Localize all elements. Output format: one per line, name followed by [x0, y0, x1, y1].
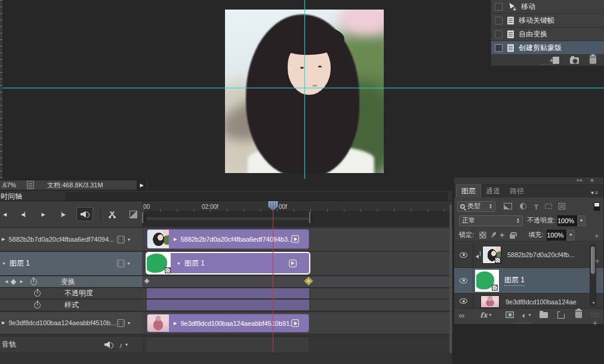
clip-options-button[interactable]	[291, 235, 299, 243]
audio-track-header[interactable]: 音轨 ▼	[0, 336, 142, 353]
delete-state-icon[interactable]	[590, 57, 596, 64]
tab-layers[interactable]: 图层	[456, 184, 481, 198]
footer-resize-grip[interactable]	[590, 312, 599, 317]
clip-track-3[interactable]: ▶ 9e3df8dcd100baa124aeabbf4510b91...	[147, 314, 309, 332]
transition-icon[interactable]	[130, 211, 137, 218]
track-header-3[interactable]: ▶ 9e3df8dcd100baa124aeabbf4510b... ▼	[0, 311, 142, 334]
lock-position-icon[interactable]	[500, 230, 504, 240]
opacity-value[interactable]: 100%	[557, 215, 577, 226]
layer-name[interactable]: 5882b2b7d0a20cf4fb...	[507, 251, 579, 258]
close-panel-icon[interactable]: ×	[590, 177, 594, 184]
expand-track-icon[interactable]: ▶	[2, 320, 5, 325]
layer-name[interactable]: 9e3df8dcd100baa124ae...	[506, 298, 577, 306]
new-layer-icon[interactable]	[557, 311, 565, 319]
history-source-checkbox[interactable]	[495, 30, 503, 38]
filter-type-layers-icon[interactable]	[534, 201, 538, 212]
chevron-down-icon[interactable]: ▼	[125, 343, 129, 347]
layer-thumbnail[interactable]	[482, 246, 501, 264]
history-item-move-keyframe[interactable]: 移动关键帧	[491, 14, 604, 27]
filter-shape-layers-icon[interactable]	[545, 203, 552, 209]
previous-keyframe-icon[interactable]: ◀	[5, 279, 8, 284]
fill-value[interactable]: 100%	[547, 230, 566, 240]
scrollbar-thumb[interactable]	[591, 246, 595, 274]
layer-row-3[interactable]: 9e3df8dcd100baa124ae...	[454, 294, 603, 308]
track-header-2-selected[interactable]: ▼ 图层 1 ▼	[0, 251, 142, 275]
next-keyframe-icon[interactable]: ▶	[20, 279, 23, 284]
filter-adjustment-layers-icon[interactable]	[520, 203, 526, 209]
zoom-level[interactable]: .67%	[1, 181, 16, 189]
property-header-style[interactable]: 样式	[0, 299, 142, 310]
stopwatch-icon[interactable]	[30, 279, 37, 285]
clip-expand-icon[interactable]: ▶	[174, 237, 177, 242]
visibility-eye-icon[interactable]	[460, 298, 467, 304]
add-keyframe-diamond-icon[interactable]	[11, 279, 17, 285]
history-source-checkbox[interactable]	[495, 3, 503, 11]
delete-layer-icon[interactable]	[575, 311, 582, 318]
layer-row-1[interactable]: 5882b2b7d0a20cf4fb...	[454, 242, 603, 268]
history-item-free-transform[interactable]: 自由变换	[491, 27, 604, 41]
pane-handle-plus-1[interactable]: +	[594, 232, 599, 240]
visibility-eye-icon[interactable]	[460, 278, 467, 283]
tab-paths[interactable]: 路径	[505, 185, 529, 198]
history-source-checkbox[interactable]	[495, 44, 503, 52]
layers-scrollbar[interactable]: ▼	[590, 243, 596, 307]
track-media-menu[interactable]: ▼	[117, 260, 131, 267]
stopwatch-icon[interactable]	[34, 302, 41, 309]
play-icon[interactable]: ▶	[41, 212, 45, 217]
tab-channels[interactable]: 通道	[481, 185, 505, 198]
add-layer-mask-icon[interactable]	[506, 311, 514, 318]
layer-thumbnail[interactable]	[475, 270, 499, 292]
work-area-end-handle[interactable]	[309, 212, 310, 223]
panel-menu-icon[interactable]: ▼≡	[590, 190, 599, 198]
audio-mute-icon[interactable]	[104, 341, 113, 348]
property-header-opacity[interactable]: 不透明度	[0, 288, 142, 298]
lock-transparency-icon[interactable]	[479, 232, 486, 239]
mute-audio-button[interactable]	[76, 207, 93, 221]
track-media-menu[interactable]: ▼	[117, 319, 131, 327]
music-note-icon[interactable]	[119, 340, 123, 350]
document-info[interactable]: 文档:468.8K/3.31M	[47, 181, 103, 190]
filter-pixel-layers-icon[interactable]	[504, 203, 512, 209]
tab-timeline[interactable]: 时间轴	[1, 192, 22, 202]
first-frame-icon[interactable]: ◀	[3, 212, 7, 217]
timeline-scrollbar[interactable]	[449, 204, 452, 353]
history-source-checkbox[interactable]	[495, 17, 503, 24]
new-snapshot-icon[interactable]	[570, 57, 579, 64]
clip-collapse-icon[interactable]: ▼	[177, 261, 181, 266]
timeline-ruler[interactable]: 00 02:00f 00f	[142, 202, 452, 212]
layer-style-fx-icon[interactable]: fx	[480, 311, 487, 319]
pane-handle-plus-2[interactable]: +	[595, 257, 600, 266]
previous-frame-icon[interactable]: ◀▏	[21, 212, 28, 217]
next-frame-icon[interactable]: ▕▶	[58, 212, 66, 217]
lock-all-icon[interactable]	[510, 235, 515, 239]
new-group-icon[interactable]	[540, 312, 548, 318]
link-layers-icon[interactable]	[459, 310, 464, 320]
layer-row-2-selected[interactable]: 图层 1	[454, 268, 603, 294]
opacity-dropdown-button[interactable]: ▼	[577, 215, 585, 226]
expand-track-icon[interactable]: ▶	[2, 237, 5, 242]
status-page-icon[interactable]	[27, 181, 34, 189]
status-flyout-button[interactable]: ▶	[137, 180, 147, 190]
filter-smart-objects-icon[interactable]	[559, 203, 565, 209]
split-at-playhead-icon[interactable]	[108, 211, 116, 218]
layer-name[interactable]: 图层 1	[504, 275, 525, 286]
filter-toggle-icon[interactable]	[594, 202, 600, 211]
history-item-create-clipping-mask[interactable]: 创建剪贴蒙版	[491, 41, 604, 55]
panel-bottom-grip[interactable]	[514, 322, 532, 324]
clip-expand-icon[interactable]: ▶	[174, 321, 177, 326]
clip-track-1[interactable]: ▶ 5882b2b7d0a20cf4fbaa6edf74094b3...	[147, 229, 309, 249]
work-area-start-handle[interactable]	[142, 212, 143, 223]
track-media-menu[interactable]: ▼	[117, 236, 131, 243]
collapse-panel-icon[interactable]: ««	[577, 177, 583, 183]
blend-mode-combo[interactable]: 正常	[459, 215, 523, 226]
scroll-down-arrow-icon[interactable]: ▼	[591, 301, 596, 305]
track-header-1[interactable]: ▶ 5882b2b7d0a20cf4fbaa6edf74094... ▼	[0, 227, 142, 251]
pane-handle-plus-3[interactable]: +	[593, 318, 597, 328]
visibility-eye-icon[interactable]	[460, 252, 467, 258]
clip-options-button[interactable]	[291, 319, 299, 327]
layer-thumbnail[interactable]	[480, 295, 500, 308]
fill-dropdown-button[interactable]: ▼	[566, 230, 575, 240]
vertical-guide[interactable]	[304, 0, 305, 179]
panel-resize-grip[interactable]	[539, 63, 556, 65]
clip-track-2-selected[interactable]: ▼ 图层 1	[146, 252, 310, 274]
